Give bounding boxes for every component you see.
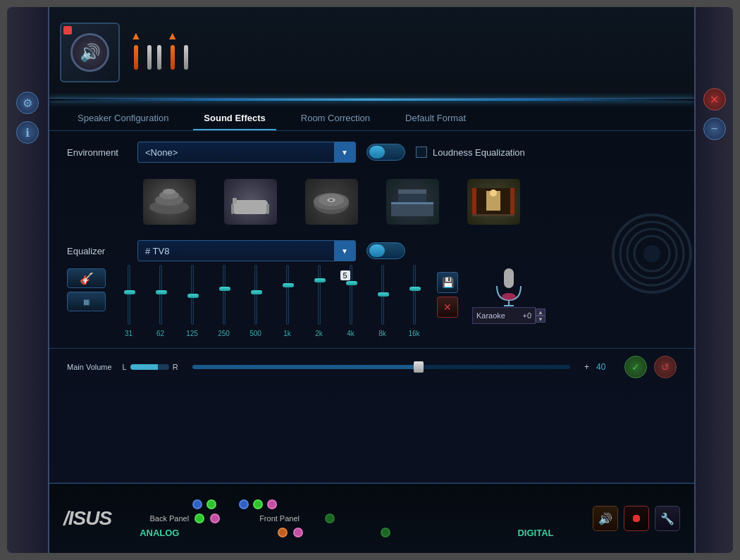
eq-thumb-2k[interactable]	[314, 278, 326, 282]
woofer-graphic	[610, 148, 694, 359]
eq-band-4k: 5 4k	[335, 265, 366, 337]
eq-thumb-1k[interactable]	[283, 283, 294, 287]
back-panel-row: Back Panel Front Panel	[136, 514, 553, 523]
svg-rect-23	[504, 268, 514, 288]
back-panel-label: Back Panel	[136, 514, 189, 523]
eq-track-62[interactable]	[159, 265, 162, 325]
close-icon[interactable]: ✕	[703, 88, 726, 111]
environment-toggle[interactable]	[366, 144, 405, 161]
eq-dropdown-arrow: ▼	[334, 241, 355, 261]
karaoke-label: Karaoke	[476, 311, 505, 320]
effect-bathtub[interactable]	[215, 173, 285, 230]
eq-delete-button[interactable]: ✕	[437, 297, 458, 318]
settings-wrench-icon[interactable]: 🔧	[655, 506, 680, 531]
loudness-checkbox[interactable]	[416, 147, 427, 158]
equalizer-toggle[interactable]	[366, 242, 405, 259]
tab-speaker-config[interactable]: Speaker Configuration	[67, 107, 179, 130]
device-icon-box: 🔊	[60, 23, 120, 82]
loudness-checkbox-item: Loudness Equalization	[416, 147, 525, 158]
left-sidebar: ⚙ ℹ	[7, 7, 49, 553]
asus-logo: /ISUS	[63, 507, 111, 530]
effect-stage-img	[386, 179, 439, 225]
eq-band-16k: 16k	[398, 265, 430, 337]
environment-dropdown[interactable]: <None> ▼	[137, 142, 356, 163]
eq-save-button[interactable]: 💾	[437, 272, 458, 293]
effect-disc[interactable]	[296, 173, 366, 230]
eq-track-2k[interactable]	[318, 265, 321, 325]
environment-row: Environment <None> ▼ Loudness Equalizati…	[67, 142, 677, 163]
karaoke-up-button[interactable]: ▲	[536, 309, 545, 316]
environment-value: <None>	[145, 147, 178, 158]
karaoke-panel: Karaoke +0 ▲ ▼	[472, 265, 545, 324]
eq-label-1k: 1k	[283, 330, 291, 337]
effect-theater[interactable]	[458, 173, 529, 230]
eq-thumb-250[interactable]	[219, 287, 230, 291]
info-icon[interactable]: ℹ	[16, 121, 39, 144]
tab-sound-effects[interactable]: Sound Effects	[193, 107, 276, 130]
svg-point-26	[502, 293, 516, 300]
eq-thumb-31[interactable]	[124, 290, 135, 294]
glow-divider	[49, 99, 694, 101]
bottom-right-icons: 🔊 ⏺ 🔧	[593, 506, 680, 531]
eq-track-250[interactable]	[223, 265, 226, 325]
main-volume-track-container	[192, 365, 570, 369]
effect-stones-img	[143, 179, 196, 225]
eq-thumb-16k[interactable]	[409, 287, 421, 291]
svg-point-21	[490, 189, 497, 197]
eq-thumb-125[interactable]	[187, 294, 199, 298]
tab-default-format[interactable]: Default Format	[395, 107, 476, 130]
equalizer-dropdown[interactable]: # TV8 ▼	[137, 240, 356, 261]
eq-eq-button[interactable]: ▦	[67, 292, 106, 311]
lr-slider[interactable]	[130, 364, 169, 370]
eq-track-8k[interactable]	[381, 265, 384, 325]
svg-rect-16	[391, 202, 433, 204]
effect-stones[interactable]	[134, 173, 204, 230]
effect-disc-img	[305, 179, 358, 225]
eq-track-4k[interactable]: 5	[350, 265, 352, 325]
eq-thumb-8k[interactable]	[378, 292, 389, 297]
vol-value: 40	[596, 362, 617, 372]
karaoke-dropdown[interactable]: Karaoke +0	[472, 307, 536, 324]
port-plug-5	[184, 45, 188, 70]
eq-track-500[interactable]	[254, 265, 257, 325]
eq-sliders-container: 31 62 125	[113, 265, 430, 337]
effect-stage[interactable]	[377, 173, 448, 230]
karaoke-mic-icon	[491, 265, 526, 307]
main-volume-track[interactable]	[192, 365, 570, 369]
main-volume-thumb[interactable]	[414, 361, 424, 373]
loudness-label: Loudness Equalization	[433, 147, 525, 158]
gear-icon[interactable]: ⚙	[16, 92, 39, 114]
port-dot-blue	[192, 499, 202, 509]
audio-device-icon[interactable]: 🔊	[593, 506, 618, 531]
equalizer-value: # TV8	[145, 246, 169, 256]
minimize-icon[interactable]: −	[703, 118, 726, 140]
port-arrow-up-1: ▲	[130, 30, 142, 42]
eq-track-16k[interactable]	[413, 265, 416, 325]
karaoke-value: +0	[522, 311, 531, 320]
svg-point-31	[643, 245, 660, 262]
port-group-5	[184, 28, 188, 70]
eq-label-31: 31	[125, 330, 132, 337]
port-dot-pink	[267, 499, 277, 509]
eq-thumb-4k[interactable]: 5	[346, 281, 357, 285]
back-port-green	[195, 514, 204, 523]
lr-R-label: R	[173, 363, 178, 371]
eq-track-1k[interactable]	[286, 265, 289, 325]
eq-guitar-button[interactable]: 🎸	[67, 268, 106, 288]
eq-band-62: 62	[144, 265, 176, 337]
front-panel-label: Front Panel	[259, 514, 319, 523]
eq-track-125[interactable]	[191, 265, 194, 325]
eq-thumb-500[interactable]	[251, 290, 262, 294]
record-icon[interactable]: ⏺	[624, 506, 649, 531]
karaoke-down-button[interactable]: ▼	[536, 316, 545, 323]
eq-label-4k: 4k	[347, 330, 354, 337]
environment-label: Environment	[67, 147, 127, 158]
eq-band-8k: 8k	[366, 265, 398, 337]
eq-tooltip-4k: 5	[340, 270, 350, 280]
eq-band-1k: 1k	[271, 265, 303, 337]
port-plug-4	[171, 45, 175, 70]
tab-room-correction[interactable]: Room Correction	[290, 107, 381, 130]
eq-track-31[interactable]	[128, 265, 130, 325]
eq-band-500: 500	[240, 265, 271, 337]
eq-thumb-62[interactable]	[156, 290, 167, 294]
